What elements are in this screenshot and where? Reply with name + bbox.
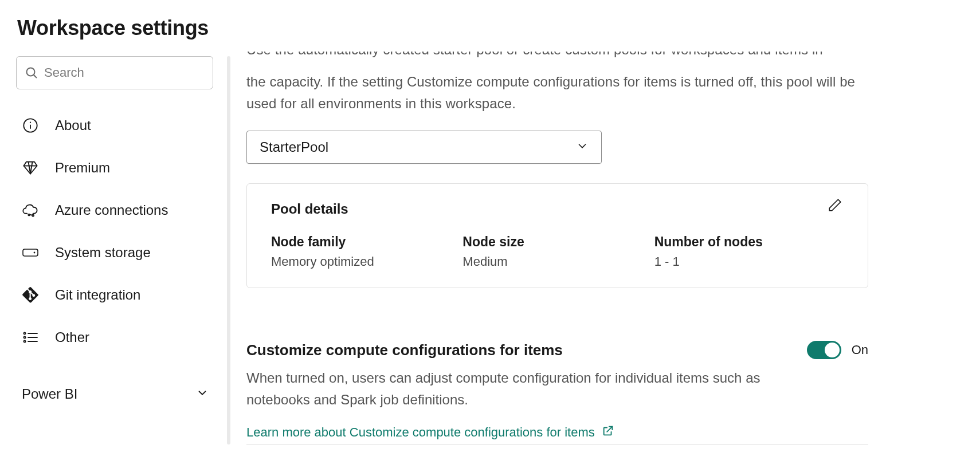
col-value: Medium [462,254,654,269]
sidebar: About Premium Azure connections [16,56,217,444]
svg-line-1 [34,75,37,78]
pool-intro: the capacity. If the setting Customize c… [246,71,868,115]
sidebar-item-label: Git integration [55,287,140,303]
col-label: Node family [271,234,462,250]
customize-title: Customize compute configurations for ite… [246,341,563,359]
sidebar-item-azure-connections[interactable]: Azure connections [22,202,213,219]
customize-toggle-label: On [852,343,868,357]
sidebar-item-system-storage[interactable]: System storage [22,244,213,261]
svg-point-13 [23,340,25,342]
storage-icon [22,244,39,261]
external-link-icon [602,424,614,440]
pool-details-row: Node family Memory optimized Node size M… [271,234,846,269]
svg-rect-7 [23,249,38,256]
page-title: Workspace settings [17,16,966,40]
pool-dropdown-value: StarterPool [260,139,328,155]
svg-point-9 [23,332,25,334]
sidebar-item-label: System storage [55,245,151,261]
pool-details-title: Pool details [271,201,846,217]
settings-page: Workspace settings About [0,0,980,461]
pool-col-node-size: Node size Medium [462,234,654,269]
section-divider [246,444,868,444]
sidebar-item-label: Other [55,329,89,345]
sidebar-nav: About Premium Azure connections [16,117,213,346]
git-icon [22,286,39,304]
sidebar-section-label: Power BI [22,386,77,402]
svg-point-11 [23,336,25,338]
edit-pool-button[interactable] [825,196,845,216]
sidebar-item-label: Azure connections [55,202,168,218]
sidebar-item-about[interactable]: About [22,117,213,134]
sidebar-section-powerbi[interactable]: Power BI [16,386,213,402]
sidebar-item-label: Premium [55,160,110,176]
sidebar-item-other[interactable]: Other [22,329,213,346]
svg-point-0 [27,68,35,76]
chevron-down-icon [576,140,589,155]
main-content: Use the automatically created starter po… [246,56,868,444]
svg-point-4 [30,122,31,123]
col-value: Memory optimized [271,254,462,269]
customize-toggle-wrap: On [807,341,868,359]
list-icon [22,329,39,346]
col-label: Number of nodes [654,234,846,250]
customize-learn-more-link[interactable]: Learn more about Customize compute confi… [246,424,614,440]
customize-section-header: Customize compute configurations for ite… [246,341,868,359]
search-input[interactable] [44,65,202,80]
svg-point-8 [34,252,36,254]
cloud-icon [22,202,39,219]
customize-toggle[interactable] [807,341,841,359]
search-box[interactable] [16,56,213,89]
pool-intro-cut: Use the automatically created starter po… [246,52,868,68]
sidebar-item-label: About [55,117,91,133]
link-text: Learn more about Customize compute confi… [246,425,595,440]
chevron-down-icon [196,387,209,402]
pool-dropdown[interactable]: StarterPool [246,131,602,164]
col-value: 1 - 1 [654,254,846,269]
page-body: About Premium Azure connections [16,56,966,444]
sidebar-item-premium[interactable]: Premium [22,159,213,176]
info-icon [22,117,39,134]
diamond-icon [22,159,39,176]
col-label: Node size [462,234,654,250]
pool-col-node-count: Number of nodes 1 - 1 [654,234,846,269]
pencil-icon [828,198,842,215]
pool-col-node-family: Node family Memory optimized [271,234,462,269]
search-icon [27,64,44,81]
customize-description: When turned on, users can adjust compute… [246,367,797,411]
pool-details-card: Pool details Node family Memory optimize… [246,183,868,288]
vertical-divider [227,56,230,444]
sidebar-item-git-integration[interactable]: Git integration [22,286,213,304]
